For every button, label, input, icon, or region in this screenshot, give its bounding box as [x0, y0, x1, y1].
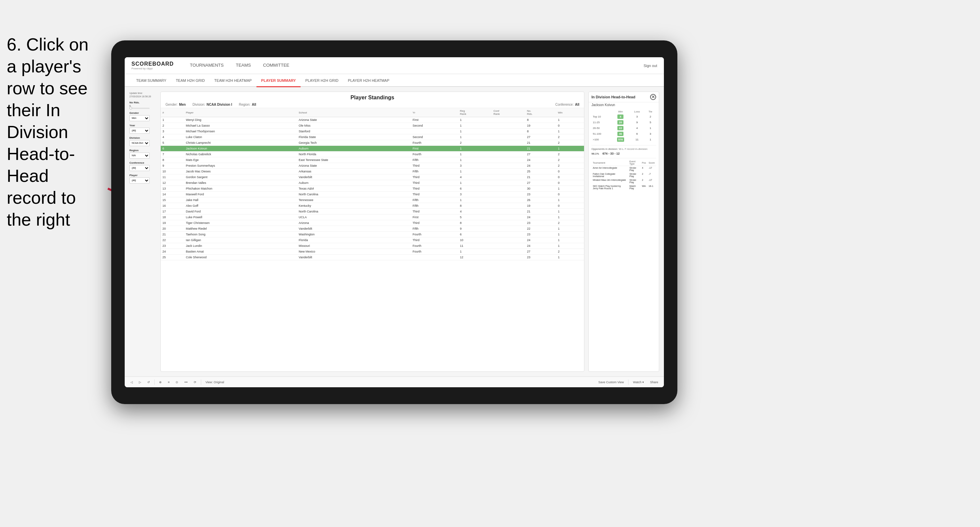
watch-btn[interactable]: Watch ▾	[631, 380, 646, 384]
table-row[interactable]: 11 Gordon Sargent Vanderbilt Third 4 21 …	[161, 175, 584, 180]
cell-yr: Second	[411, 134, 458, 140]
table-row[interactable]: 17 David Ford North Carolina Third 4 21 …	[161, 209, 584, 214]
table-row[interactable]: 25 Cole Sherwood Vanderbilt 12 23 1	[161, 255, 584, 260]
subnav-team-summary[interactable]: TEAM SUMMARY	[131, 75, 171, 87]
table-row[interactable]: 3 Michael Thorbjornsen Stanford 1 8 1	[161, 129, 584, 134]
table-row[interactable]: 9 Preston Summerhays Arizona State Third…	[161, 163, 584, 169]
table-row[interactable]: 7 Nicholas Gabrelick North Florida Fourt…	[161, 152, 584, 157]
region-select[interactable]: N/A	[129, 152, 150, 159]
cell-win: 1	[556, 226, 584, 232]
refresh-btn[interactable]: ↺	[146, 380, 152, 384]
h2h-rank-row: 51-100 46 6 3	[592, 131, 656, 137]
sub-nav: TEAM SUMMARY TEAM H2H GRID TEAM H2H HEAT…	[125, 74, 664, 87]
table-row[interactable]: 12 Brendan Valles Auburn Third 1 27 0	[161, 180, 584, 186]
region-display: Region: All	[239, 103, 256, 106]
table-row[interactable]: 21 Taehoon Song Washington Fourth 6 23 1	[161, 232, 584, 237]
table-row[interactable]: 13 Phichakon Maichon Texas A&M Third 6 3…	[161, 186, 584, 192]
h2h-range: Top 10	[592, 114, 612, 119]
cell-conf-rank	[492, 209, 525, 214]
subnav-player-h2h-grid[interactable]: PLAYER H2H GRID	[301, 75, 343, 87]
sign-out-link[interactable]: Sign out	[644, 63, 657, 68]
undo-btn[interactable]: ◁	[129, 380, 134, 384]
h2h-title: In Division Head-to-Head	[592, 95, 635, 99]
nav-teams[interactable]: TEAMS	[230, 57, 257, 74]
cell-no-rds: 24	[525, 214, 557, 220]
cell-yr: Third	[411, 175, 458, 180]
nav-committee[interactable]: COMMITTEE	[257, 57, 296, 74]
year-select[interactable]: (All)	[129, 128, 150, 134]
no-rds-slider[interactable]	[129, 108, 150, 109]
cell-reg-rank: 1	[458, 157, 492, 163]
cell-player: Jackson Koivun	[184, 146, 297, 152]
table-row[interactable]: 16 Alex Goff Kentucky Fifth 8 19 0	[161, 203, 584, 209]
h2h-loss: 9	[630, 119, 645, 125]
player-select[interactable]: (All)	[129, 178, 150, 184]
table-row[interactable]: 22 Ian Gilligan Florida Third 10 24 1	[161, 237, 584, 243]
view-original-btn[interactable]: View: Original	[204, 380, 226, 384]
gender-select[interactable]: Men	[129, 115, 150, 121]
share-btn[interactable]: Share	[648, 380, 660, 384]
cell-no-rds: 25	[525, 169, 557, 175]
cell-player: Michael Thorbjornsen	[184, 129, 297, 134]
subnav-team-h2h-grid[interactable]: TEAM H2H GRID	[171, 75, 210, 87]
table-row[interactable]: 4 Luke Claton Florida State Second 1 27 …	[161, 134, 584, 140]
menu-btn[interactable]: ≡	[166, 380, 171, 384]
table-row[interactable]: 19 Tiger Christensen Arizona Third 8 23 …	[161, 220, 584, 226]
h2h-range: 51-100	[592, 131, 612, 137]
h2h-loss: 3	[630, 114, 645, 119]
col-conf-rank: ConfRank	[492, 108, 525, 117]
cell-win: 2	[556, 220, 584, 226]
cell-no-rds: 23	[525, 192, 557, 197]
cell-reg-rank: 8	[458, 220, 492, 226]
cell-player: Luke Claton	[184, 134, 297, 140]
table-row[interactable]: 15 Jake Hall Tennessee Fifth 1 26 1	[161, 197, 584, 203]
table-row[interactable]: 14 Maxwell Ford North Carolina Third 3 2…	[161, 192, 584, 197]
cell-win: 2	[556, 249, 584, 255]
cell-win: 0	[556, 203, 584, 209]
cell-reg-rank: 1	[458, 180, 492, 186]
cell-yr: Third	[411, 163, 458, 169]
nav-right: Sign out	[644, 63, 657, 68]
table-row[interactable]: 18 Luke Powell UCLA First 5 24 1	[161, 214, 584, 220]
cell-yr: Fourth	[411, 243, 458, 249]
cell-player: Michael La Sasso	[184, 123, 297, 129]
cell-school: Arizona	[297, 220, 411, 226]
loop-btn[interactable]: ⟳	[192, 380, 198, 384]
table-row[interactable]: 1 Wenyi Ding Arizona State First 1 8 1	[161, 117, 584, 123]
cell-no-rds: 21	[525, 209, 557, 214]
conference-select[interactable]: (All)	[129, 165, 150, 171]
subnav-player-h2h-heatmap[interactable]: PLAYER H2H HEATMAP	[343, 75, 394, 87]
h2h-tie: 2	[645, 114, 656, 119]
table-row[interactable]: 2 Michael La Sasso Ole Miss Second 1 19 …	[161, 123, 584, 129]
table-row[interactable]: 24 Bastien Amat New Mexico Fourth 1 27 2	[161, 249, 584, 255]
cell-conf-rank	[492, 146, 525, 152]
table-row[interactable]: 5 Christo Lamprecht Georgia Tech Fourth …	[161, 140, 584, 146]
subnav-team-h2h-heatmap[interactable]: TEAM H2H HEATMAP	[210, 75, 256, 87]
add-btn[interactable]: ⊕	[158, 380, 164, 384]
tournament-row: Fallon Oak Collegiate Invitational Strok…	[592, 172, 656, 178]
table-row[interactable]: 6 Jackson Koivun Auburn First 1 21 1	[161, 146, 584, 152]
cell-no-rds: 23	[525, 220, 557, 226]
nav-tournaments[interactable]: TOURNAMENTS	[184, 57, 230, 74]
circle-btn[interactable]: ⊙	[174, 380, 180, 384]
cell-no-rds: 24	[525, 237, 557, 243]
table-row[interactable]: 10 Jacob Mac Dieses Arkansas Fifth 1 25 …	[161, 169, 584, 175]
redo-btn[interactable]: ▷	[137, 380, 143, 384]
table-row[interactable]: 8 Mats Ege East Tennessee State Fifth 1 …	[161, 157, 584, 163]
tournament-pos: Win	[641, 184, 648, 190]
cell-num: 3	[161, 129, 184, 134]
tournament-row: Amer Ari Intercollegiate Stroke Play 4 -…	[592, 166, 656, 172]
division-select[interactable]: NCAA Division I	[129, 140, 150, 146]
main-panel: Player Standings Gender: Men Division: N…	[161, 92, 584, 372]
cell-player: Christo Lamprecht	[184, 140, 297, 146]
subnav-player-summary[interactable]: PLAYER SUMMARY	[256, 75, 301, 87]
wl-record: 98.1% 674 - 33 - 12	[589, 151, 659, 157]
table-row[interactable]: 23 Jack Lundin Missouri Fourth 11 24 1	[161, 243, 584, 249]
cell-num: 1	[161, 117, 184, 123]
h2h-close-button[interactable]: ✕	[650, 94, 656, 100]
h2h-range: 26-50	[592, 125, 612, 131]
cell-num: 9	[161, 163, 184, 169]
table-row[interactable]: 20 Matthew Riedel Vanderbilt Fifth 9 22 …	[161, 226, 584, 232]
save-custom-btn[interactable]: Save Custom View	[597, 380, 625, 384]
dots-btn[interactable]: •••	[183, 380, 189, 384]
